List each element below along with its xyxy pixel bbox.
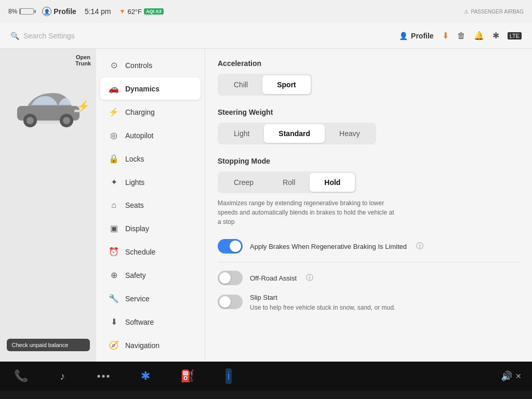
steering-heavy-btn[interactable]: Heavy bbox=[325, 124, 375, 143]
acceleration-section: Acceleration Chill Sport bbox=[218, 59, 520, 96]
volume-mute-label: ✕ bbox=[515, 372, 522, 380]
autopilot-icon: ◎ bbox=[109, 130, 119, 140]
sidebar-item-navigation[interactable]: 🧭 Navigation bbox=[100, 334, 201, 356]
sidebar-item-autopilot[interactable]: ◎ Autopilot bbox=[100, 124, 201, 147]
sidebar-label-lights: Lights bbox=[125, 178, 144, 187]
offroad-assist-label: Off-Road Assist bbox=[250, 274, 297, 282]
sidebar-label-schedule: Schedule bbox=[125, 248, 155, 256]
stopping-title: Stopping Mode bbox=[218, 157, 520, 165]
profile-button[interactable]: 👤 Profile bbox=[42, 7, 76, 16]
airbag-icon: ⚠ bbox=[464, 9, 469, 15]
sidebar-item-display[interactable]: ▣ Display bbox=[100, 217, 201, 240]
game-taskbar-btn[interactable]: ⛽ bbox=[177, 366, 197, 387]
sidebar-label-charging: Charging bbox=[125, 108, 155, 116]
sidebar-item-dynamics[interactable]: 🚗 Dynamics bbox=[100, 77, 201, 100]
battery-bar bbox=[19, 8, 34, 15]
steering-title: Steering Weight bbox=[218, 108, 520, 116]
charging-sidebar-icon: ⚡ bbox=[109, 107, 119, 117]
controls-icon: ⊙ bbox=[109, 60, 119, 70]
divider-1 bbox=[218, 262, 520, 262]
status-bar: 8% 👤 Profile 5:14 pm ▼ 62°F AQI A3 ⚠ PAS… bbox=[0, 0, 532, 23]
battery-fill bbox=[20, 9, 21, 14]
nav-profile-button[interactable]: 👤 Profile bbox=[399, 32, 434, 40]
stopping-hold-btn[interactable]: Hold bbox=[310, 173, 355, 192]
stopping-creep-btn[interactable]: Creep bbox=[219, 173, 268, 192]
sidebar-item-schedule[interactable]: ⏰ Schedule bbox=[100, 241, 201, 263]
svg-point-5 bbox=[63, 117, 70, 124]
dots-icon: ••• bbox=[97, 370, 111, 382]
search-area[interactable]: 🔍 Search Settings bbox=[10, 32, 75, 40]
steering-btn-group: Light Standard Heavy bbox=[218, 123, 376, 144]
nav-bar: 🔍 Search Settings 👤 Profile ⬇ 🗑 🔔 ✱ LTE bbox=[0, 23, 532, 49]
offroad-assist-row: Off-Road Assist ⓘ bbox=[218, 271, 520, 285]
slip-start-toggle[interactable] bbox=[218, 295, 243, 309]
phone-taskbar-btn[interactable]: 📞 bbox=[10, 366, 31, 387]
slip-start-row: Slip Start Use to help free vehicle stuc… bbox=[218, 294, 520, 312]
offroad-assist-toggle[interactable] bbox=[218, 271, 243, 285]
sidebar-item-seats[interactable]: ⌂ Seats bbox=[100, 194, 201, 216]
nav-profile-icon: 👤 bbox=[399, 32, 408, 40]
dynamics-icon: 🚗 bbox=[109, 84, 119, 94]
sidebar-item-lights[interactable]: ✦ Lights bbox=[100, 171, 201, 193]
car-image: ⚡ bbox=[12, 75, 85, 137]
steering-light-btn[interactable]: Light bbox=[219, 124, 264, 143]
temperature-display: ▼ 62°F AQI A3 bbox=[119, 8, 164, 16]
service-icon: 🔧 bbox=[109, 294, 119, 303]
sidebar-item-locks[interactable]: 🔒 Locks bbox=[100, 148, 201, 170]
acceleration-chill-btn[interactable]: Chill bbox=[219, 75, 262, 94]
steering-standard-btn[interactable]: Standard bbox=[264, 124, 325, 143]
balance-card[interactable]: Check unpaid balance bbox=[7, 339, 90, 351]
profile-label: Profile bbox=[54, 7, 76, 16]
sidebar-item-controls[interactable]: ⊙ Controls bbox=[100, 54, 201, 76]
steering-section: Steering Weight Light Standard Heavy bbox=[218, 108, 520, 144]
sidebar-label-controls: Controls bbox=[125, 61, 152, 70]
sidebar-item-charging[interactable]: ⚡ Charging bbox=[100, 101, 201, 123]
safety-icon: ⊕ bbox=[109, 270, 119, 280]
slip-start-label: Slip Start bbox=[250, 294, 395, 301]
trash-icon[interactable]: 🗑 bbox=[457, 31, 466, 41]
bluetooth-taskbar-btn[interactable]: ✱ bbox=[135, 366, 156, 387]
search-placeholder: Search Settings bbox=[23, 32, 75, 40]
stopping-roll-btn[interactable]: Roll bbox=[268, 173, 310, 192]
acceleration-btn-group: Chill Sport bbox=[218, 74, 312, 96]
slip-start-description: Use to help free vehicle stuck in snow, … bbox=[250, 303, 395, 312]
schedule-icon: ⏰ bbox=[109, 247, 119, 257]
settings-panel: Acceleration Chill Sport Steering Weight… bbox=[205, 49, 532, 362]
stopping-btn-group: Creep Roll Hold bbox=[218, 171, 356, 193]
slip-toggle-knob bbox=[219, 296, 231, 308]
download-icon[interactable]: ⬇ bbox=[442, 31, 449, 41]
toggle-knob bbox=[230, 241, 241, 252]
stopping-section: Stopping Mode Creep Roll Hold Maximizes … bbox=[218, 157, 520, 227]
offroad-toggle-knob bbox=[219, 272, 231, 284]
game-icon: ⛽ bbox=[180, 369, 194, 383]
sidebar-label-dynamics: Dynamics bbox=[125, 85, 159, 93]
sidebar: ⊙ Controls 🚗 Dynamics ⚡ Charging ◎ Autop… bbox=[96, 49, 205, 362]
apply-brakes-info-icon[interactable]: ⓘ bbox=[416, 242, 423, 251]
clock: 5:14 pm bbox=[85, 7, 111, 16]
battery-percent: 8% bbox=[8, 8, 17, 15]
phone-icon: 📞 bbox=[14, 369, 28, 383]
info-taskbar-icon: i bbox=[225, 368, 232, 384]
acceleration-sport-btn[interactable]: Sport bbox=[262, 75, 311, 94]
sidebar-label-service: Service bbox=[125, 295, 150, 303]
dots-taskbar-btn[interactable]: ••• bbox=[94, 366, 114, 387]
sidebar-item-software[interactable]: ⬇ Software bbox=[100, 311, 201, 333]
bluetooth-nav-icon[interactable]: ✱ bbox=[493, 31, 499, 41]
bell-icon[interactable]: 🔔 bbox=[474, 31, 484, 41]
open-trunk-button[interactable]: Open Trunk bbox=[75, 54, 91, 66]
seats-icon: ⌂ bbox=[109, 201, 119, 210]
offroad-info-icon[interactable]: ⓘ bbox=[306, 273, 313, 283]
charging-icon: ⚡ bbox=[77, 100, 90, 112]
profile-icon: 👤 bbox=[42, 7, 51, 16]
sidebar-label-locks: Locks bbox=[125, 155, 144, 163]
aqi-badge: AQI A3 bbox=[144, 8, 164, 15]
apply-brakes-toggle[interactable] bbox=[218, 239, 243, 254]
sidebar-label-seats: Seats bbox=[125, 201, 144, 209]
volume-control[interactable]: 🔊 ✕ bbox=[501, 370, 522, 382]
sidebar-item-safety[interactable]: ⊕ Safety bbox=[100, 264, 201, 286]
temp-arrow-icon: ▼ bbox=[119, 8, 126, 15]
info-taskbar-btn[interactable]: i bbox=[218, 366, 239, 387]
sidebar-item-service[interactable]: 🔧 Service bbox=[100, 287, 201, 310]
balance-text: Check unpaid balance bbox=[12, 342, 69, 348]
music-taskbar-btn[interactable]: ♪ bbox=[52, 366, 73, 387]
